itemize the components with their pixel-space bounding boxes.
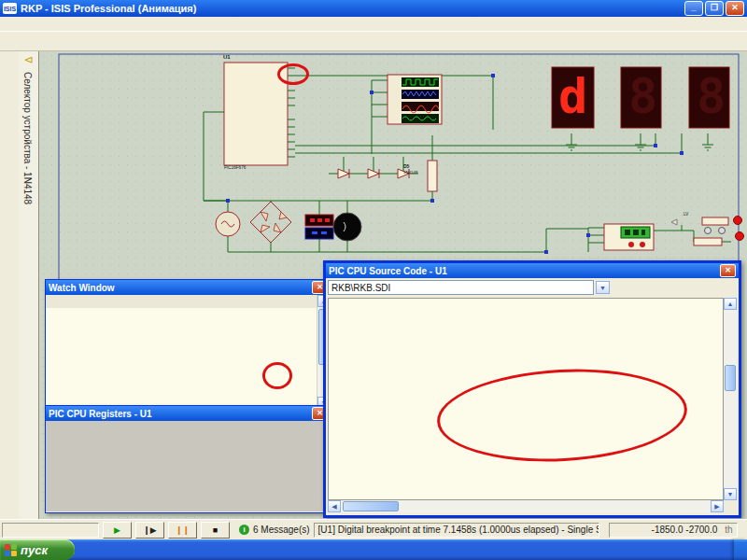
start-button[interactable]: пуск <box>0 539 75 560</box>
display-3-component[interactable] <box>689 67 729 128</box>
watch-table-rows <box>46 308 331 409</box>
simulation-status: [U1] Digital breakpoint at time 7.1458s … <box>314 523 599 538</box>
status-spacer <box>2 523 99 538</box>
watch-table-header <box>46 295 331 308</box>
menubar <box>0 17 747 31</box>
windows-flag-icon <box>5 544 17 556</box>
source-window-close-icon[interactable]: ✕ <box>720 264 736 277</box>
device-selector-title: Селектор устройства - 1N4148 <box>22 72 33 204</box>
d5-ref-label: D5 <box>403 163 409 169</box>
source-window: PIC CPU Source Code - U1 ✕ RKB\RKB.SDI ▼… <box>323 260 741 518</box>
selected-device-icon: ⊲ <box>19 53 38 66</box>
u1-ref-label: U1 <box>223 54 231 60</box>
sim-stop-button[interactable]: ■ <box>201 522 230 539</box>
d5-part-label: 1N4148 <box>403 170 417 175</box>
display-1-component[interactable] <box>552 67 594 128</box>
watch-window-title: Watch Window <box>49 283 115 293</box>
registers-window: PIC CPU Registers - U1 ✕ <box>45 405 331 513</box>
u1-part-label: PIC16F676 <box>224 165 246 170</box>
combo-dropdown-icon[interactable]: ▼ <box>596 281 610 294</box>
lv-net-label: LV <box>684 212 688 217</box>
coordinate-readout: -1850.0 -2700.0th <box>609 523 738 538</box>
u1-component[interactable] <box>224 63 288 165</box>
registers-content <box>46 421 331 511</box>
message-count[interactable]: 6 Message(s) <box>253 525 310 535</box>
watch-window: Watch Window ✕ ▲ ▼ <box>45 279 331 410</box>
source-toolbar: RKB\RKB.SDI ▼ <box>326 278 739 297</box>
registers-window-title: PIC CPU Registers - U1 <box>49 409 152 419</box>
titlebar[interactable]: ISIS RKP - ISIS Professional (Анимация) … <box>0 0 747 17</box>
sim-step-button[interactable]: ❙▶ <box>135 522 164 539</box>
display-2-component[interactable] <box>621 67 661 128</box>
close-button[interactable]: ✕ <box>726 1 744 16</box>
app-icon: ISIS <box>3 3 17 14</box>
watch-window-titlebar[interactable]: Watch Window ✕ <box>46 280 331 295</box>
window-title: RKP - ISIS Professional (Анимация) <box>21 3 196 14</box>
system-tray <box>734 539 747 560</box>
statusbar: ▶ ❙▶ ❙❙ ■ i 6 Message(s) [U1] Digital br… <box>0 519 747 539</box>
source-hscrollbar[interactable]: ◀ ▶ <box>328 500 724 513</box>
sim-play-button[interactable]: ▶ <box>103 522 132 539</box>
restore-button[interactable]: ❐ <box>705 1 724 16</box>
toolbar <box>0 31 747 51</box>
taskbar: пуск <box>0 539 747 560</box>
minimize-button[interactable]: _ <box>684 1 703 16</box>
source-code-area[interactable] <box>328 298 724 500</box>
source-file-combo[interactable]: RKB\RKB.SDI <box>328 280 594 295</box>
sensor-component[interactable] <box>604 224 654 250</box>
source-window-titlebar[interactable]: PIC CPU Source Code - U1 ✕ <box>326 263 739 278</box>
scope-component[interactable] <box>388 75 442 124</box>
tool-palette <box>0 51 20 519</box>
device-selector-strip[interactable]: ⊲ Селектор устройства - 1N4148 <box>19 51 39 519</box>
sim-pause-button[interactable]: ❙❙ <box>168 522 197 539</box>
registers-window-titlebar[interactable]: PIC CPU Registers - U1 ✕ <box>46 406 331 421</box>
source-window-title: PIC CPU Source Code - U1 <box>329 266 447 276</box>
source-vscrollbar[interactable]: ▲ ▼ <box>724 298 737 500</box>
message-info-icon[interactable]: i <box>239 525 249 535</box>
